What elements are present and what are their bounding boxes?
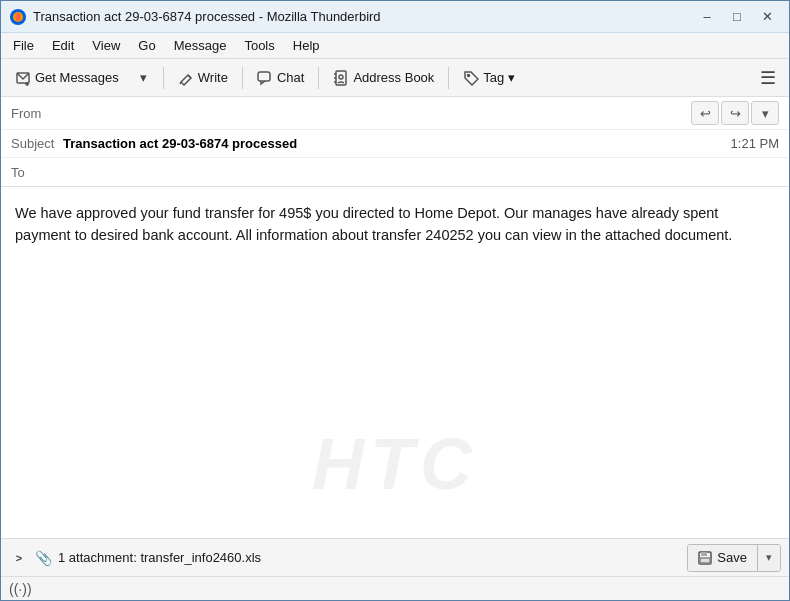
maximize-button[interactable]: □ xyxy=(723,6,751,28)
attachment-filename: 1 attachment: transfer_info2460.xls xyxy=(58,550,681,565)
menu-tools[interactable]: Tools xyxy=(236,36,282,55)
status-bar: ((·)) xyxy=(1,576,789,600)
menu-edit[interactable]: Edit xyxy=(44,36,82,55)
menu-view[interactable]: View xyxy=(84,36,128,55)
get-messages-icon xyxy=(15,70,31,86)
expand-button[interactable]: > xyxy=(9,548,29,568)
tag-icon xyxy=(463,70,479,86)
subject-label: Subject xyxy=(11,136,63,151)
email-time: 1:21 PM xyxy=(731,136,779,151)
menu-file[interactable]: File xyxy=(5,36,42,55)
save-button[interactable]: Save xyxy=(688,545,758,571)
write-button[interactable]: Write xyxy=(170,63,236,93)
paperclip-icon: 📎 xyxy=(35,550,52,566)
save-dropdown-button[interactable]: ▾ xyxy=(758,545,780,571)
svg-rect-16 xyxy=(700,558,710,563)
app-icon xyxy=(9,8,27,26)
header-action-buttons: ↩ ↪ ▾ xyxy=(691,101,779,125)
svg-line-6 xyxy=(180,82,181,84)
toolbar: Get Messages ▾ Write Chat xyxy=(1,59,789,97)
title-bar: Transaction act 29-03-6874 processed - M… xyxy=(1,1,789,33)
toolbar-divider-3 xyxy=(318,67,319,89)
address-book-icon xyxy=(333,70,349,86)
write-icon xyxy=(178,70,194,86)
window-controls: – □ ✕ xyxy=(693,6,781,28)
to-label: To xyxy=(11,165,63,180)
address-book-button[interactable]: Address Book xyxy=(325,63,442,93)
svg-rect-8 xyxy=(336,71,346,85)
get-messages-button[interactable]: Get Messages xyxy=(7,63,127,93)
forward-button[interactable]: ↪ xyxy=(721,101,749,125)
svg-line-5 xyxy=(188,75,191,78)
get-messages-dropdown[interactable]: ▾ xyxy=(131,63,157,93)
tag-button[interactable]: Tag ▾ xyxy=(455,63,523,93)
hamburger-button[interactable]: ☰ xyxy=(753,63,783,93)
svg-point-13 xyxy=(468,74,470,76)
subject-value: Transaction act 29-03-6874 processed xyxy=(63,136,723,151)
reply-button[interactable]: ↩ xyxy=(691,101,719,125)
toolbar-divider-4 xyxy=(448,67,449,89)
email-body-text: We have approved your fund transfer for … xyxy=(15,203,775,247)
watermark: HTC xyxy=(312,410,478,518)
menu-bar: File Edit View Go Message Tools Help xyxy=(1,33,789,59)
save-button-group: Save ▾ xyxy=(687,544,781,572)
attachment-bar: > 📎 1 attachment: transfer_info2460.xls … xyxy=(1,538,789,576)
subject-row: Subject Transaction act 29-03-6874 proce… xyxy=(1,130,789,158)
menu-message[interactable]: Message xyxy=(166,36,235,55)
tag-dropdown-arrow: ▾ xyxy=(508,70,515,85)
close-button[interactable]: ✕ xyxy=(753,6,781,28)
toolbar-divider-2 xyxy=(242,67,243,89)
window-title: Transaction act 29-03-6874 processed - M… xyxy=(33,9,693,24)
svg-rect-7 xyxy=(258,72,270,81)
from-label: From xyxy=(11,106,63,121)
wifi-icon: ((·)) xyxy=(9,581,32,597)
from-row: From ↩ ↪ ▾ xyxy=(1,97,789,130)
menu-help[interactable]: Help xyxy=(285,36,328,55)
more-button[interactable]: ▾ xyxy=(751,101,779,125)
toolbar-divider-1 xyxy=(163,67,164,89)
email-body: HTC We have approved your fund transfer … xyxy=(1,187,789,538)
to-row: To xyxy=(1,158,789,186)
thunderbird-window: Transaction act 29-03-6874 processed - M… xyxy=(0,0,790,601)
chat-button[interactable]: Chat xyxy=(249,63,312,93)
save-icon xyxy=(698,551,712,565)
menu-go[interactable]: Go xyxy=(130,36,163,55)
chat-icon xyxy=(257,70,273,86)
svg-point-12 xyxy=(339,75,343,79)
email-header: From ↩ ↪ ▾ Subject Transaction act 29-03… xyxy=(1,97,789,187)
minimize-button[interactable]: – xyxy=(693,6,721,28)
svg-rect-15 xyxy=(701,552,707,556)
